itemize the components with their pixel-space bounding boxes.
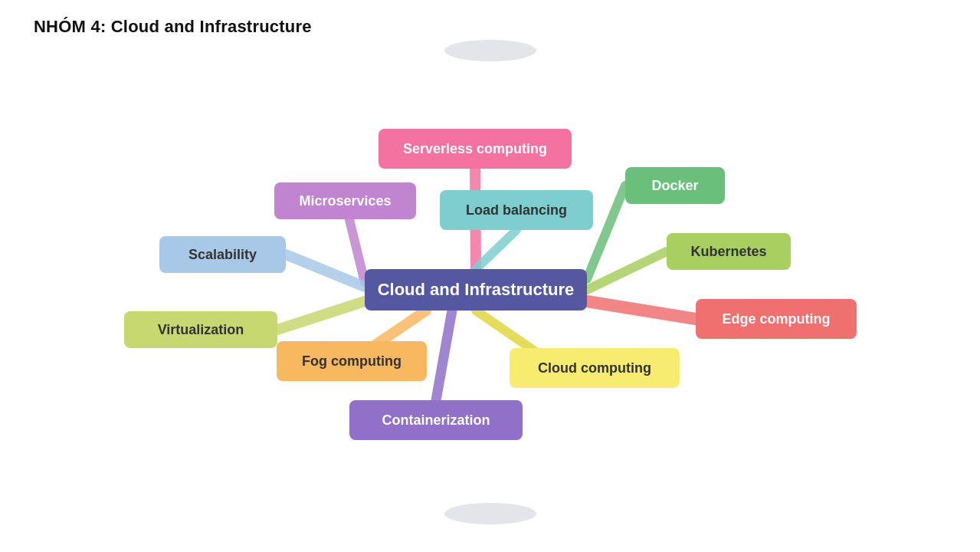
node-kubernetes: Kubernetes [667,233,791,270]
svg-line-7 [277,301,365,330]
node-load-balancing: Load balancing [440,190,593,230]
decorative-ellipse-top [444,40,536,61]
node-docker: Docker [625,167,725,204]
node-center: Cloud and Infrastructure [365,269,587,310]
svg-line-10 [436,310,452,400]
svg-line-5 [286,255,365,287]
node-edge: Edge computing [696,299,857,339]
node-serverless: Serverless computing [379,129,572,169]
svg-line-4 [587,251,667,290]
svg-line-2 [476,230,516,269]
node-microservices: Microservices [274,182,416,219]
node-cloud-computing: Cloud computing [510,348,680,388]
node-scalability: Scalability [159,236,286,273]
decorative-ellipse-bottom [444,503,536,524]
node-fog: Fog computing [277,341,427,381]
node-virtualization: Virtualization [124,311,277,348]
page-title: NHÓM 4: Cloud and Infrastructure [34,17,312,37]
node-containerization: Containerization [349,400,523,440]
svg-line-6 [587,301,696,319]
